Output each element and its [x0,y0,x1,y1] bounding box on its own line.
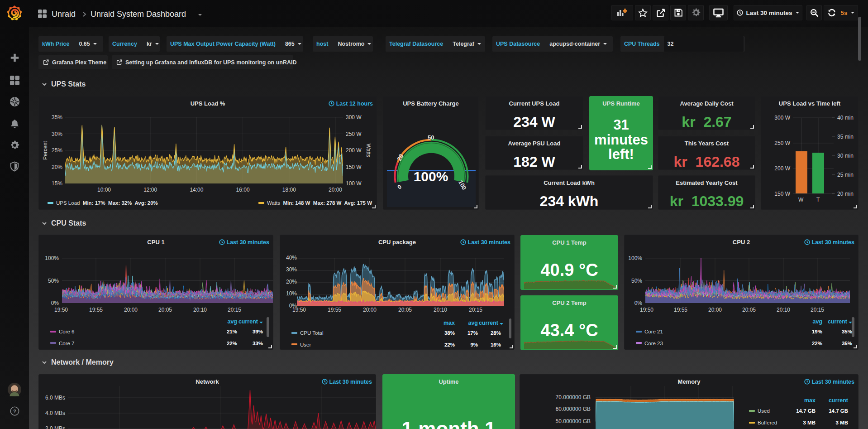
svg-text:?: ? [13,409,16,414]
